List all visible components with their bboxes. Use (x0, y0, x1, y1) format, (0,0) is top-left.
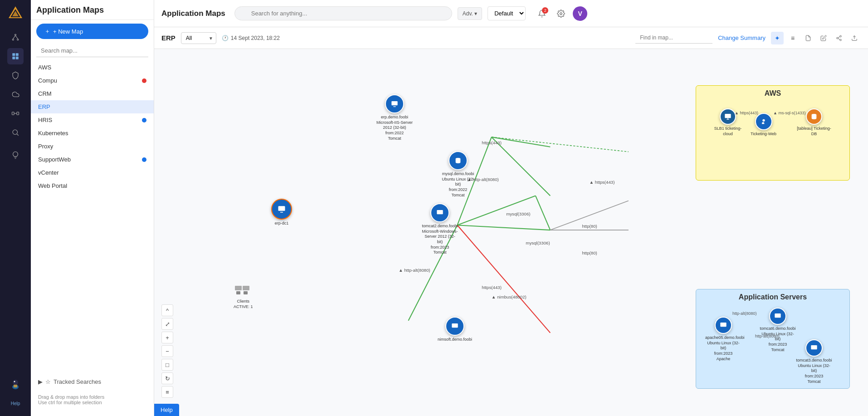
default-select[interactable]: Default (488, 6, 526, 20)
notifications-button[interactable]: 2 (535, 6, 549, 21)
tracked-searches-label: Tracked Searches (54, 378, 101, 385)
svg-line-16 (17, 134, 18, 135)
page-title: Application Maps (161, 9, 225, 18)
map-zoom-out-button[interactable]: − (161, 345, 173, 357)
map-rotate-button[interactable]: ↻ (161, 372, 173, 384)
svg-point-15 (13, 130, 18, 135)
help-button[interactable]: Help (154, 404, 179, 416)
svg-line-25 (838, 38, 840, 39)
edit-button[interactable] (817, 32, 830, 44)
svg-point-22 (840, 35, 842, 37)
node-main-selected[interactable]: erp-dc1 (271, 199, 292, 226)
map-layers-button[interactable]: ≡ (161, 386, 173, 398)
svg-rect-10 (12, 57, 15, 59)
sidebar-title: Application Maps (31, 5, 154, 20)
node-ticketing-web[interactable]: Ticketing-Web (751, 113, 776, 137)
map-item-supportweb[interactable]: SupportWeb (31, 153, 154, 166)
map-item-kubernetes[interactable]: Kubernetes (31, 127, 154, 140)
node-tomcat-center[interactable]: tomcat2.demo.foobiMicrosoft-Windows-Serv… (422, 203, 458, 255)
map-badge-compu (142, 78, 146, 83)
sparkle-button[interactable]: ✦ (771, 32, 784, 44)
svg-point-24 (840, 39, 842, 41)
chevron-right-icon: ▶ (38, 378, 43, 385)
app-edge-http1: http-alt(8080) (732, 311, 757, 316)
svg-rect-55 (775, 313, 780, 318)
rail-icon-integration[interactable] (7, 105, 24, 122)
icon-rail: Help (0, 0, 31, 416)
filter-select[interactable]: AllActiveInactive (181, 32, 216, 44)
map-badge-hris (142, 118, 146, 122)
rail-icon-cloud[interactable] (7, 86, 24, 103)
svg-point-21 (560, 12, 562, 15)
aws-zone: AWS SLB1 ticketing-cloud Ticketing-Web [… (696, 85, 850, 181)
node-clients[interactable]: ClientsACTIVE: 1 (234, 285, 253, 309)
svg-point-3 (15, 34, 16, 35)
node-mysql-upper[interactable]: mysql.demo.foobiUbuntu Linux (32-bit)fro… (440, 151, 476, 198)
node-tomcat6[interactable]: tomcat6.demo.foobiUbuntu Linux (32-bit)f… (760, 308, 796, 352)
svg-line-26 (838, 36, 840, 37)
search-maps-input[interactable] (36, 44, 148, 57)
tracked-searches-item[interactable]: ▶ ☆ Tracked Searches (31, 375, 154, 389)
settings-button[interactable] (554, 6, 568, 21)
node-nimbus[interactable]: nimsoft.demo.foobi (438, 317, 472, 343)
rail-icon-topology[interactable] (7, 29, 24, 45)
svg-text:▲ http-alt(8080): ▲ http-alt(8080) (399, 268, 430, 273)
svg-rect-62 (437, 210, 443, 214)
aws-edge-label-mssql: ▲ ms-sql-s(1433) (773, 111, 805, 115)
toolbar-action-icons: ✦ ≡ (771, 32, 861, 44)
rail-icon-shield[interactable] (7, 67, 24, 83)
logo[interactable] (7, 5, 24, 22)
node-iis-top[interactable]: erp.demo.foobiMicrosoft-IIS-Server 2012 … (376, 94, 413, 141)
svg-rect-63 (452, 323, 458, 328)
share-button[interactable] (833, 32, 845, 44)
clock-icon: 🕐 (222, 35, 229, 41)
find-in-map-input[interactable] (635, 32, 712, 44)
svg-point-23 (837, 37, 839, 39)
aws-zone-title: AWS (696, 86, 849, 99)
svg-text:mysql(3306): mysql(3306) (506, 211, 530, 216)
user-avatar[interactable]: V (573, 6, 587, 21)
map-item-vcenter[interactable]: vCenter (31, 166, 154, 179)
svg-rect-12 (12, 112, 15, 115)
svg-rect-11 (16, 57, 19, 59)
svg-text:▲ https(443): ▲ https(443) (590, 180, 615, 185)
map-frame-button[interactable]: □ (161, 359, 173, 371)
rail-icon-search[interactable] (7, 124, 24, 141)
rail-icon-help-label[interactable]: Help (7, 395, 24, 411)
map-item-web portal[interactable]: Web Portal (31, 179, 154, 192)
map-zoom-in-button[interactable]: + (161, 332, 173, 343)
rail-icon-bulb[interactable] (7, 147, 24, 163)
footer-line2: Use ctrl for multiple selection (38, 400, 146, 405)
list-button[interactable]: ≡ (786, 32, 799, 44)
svg-line-31 (457, 225, 550, 230)
node-apache[interactable]: apache05.demo.foobiUbuntu Linux (32-bit)… (705, 317, 741, 362)
map-item-aws[interactable]: AWS (31, 61, 154, 74)
node-tomcat3[interactable]: tomcat3.demo.foobiUbuntu Linux (32-bit)f… (796, 339, 832, 384)
topbar: Application Maps 🔍 Adv. ▾ Default 2 (154, 0, 868, 27)
map-name: ERP (161, 34, 176, 42)
svg-text:mysql(3306): mysql(3306) (526, 240, 550, 245)
rail-bottom: Help (7, 375, 24, 411)
svg-line-7 (15, 35, 18, 39)
rail-icon-help-character[interactable] (7, 375, 24, 392)
map-collapse-button[interactable]: ^ (161, 304, 173, 316)
global-search-input[interactable] (234, 6, 452, 20)
adv-button[interactable]: Adv. ▾ (458, 7, 482, 20)
main-area: Application Maps 🔍 Adv. ▾ Default 2 (154, 0, 868, 416)
change-summary-button[interactable]: Change Summary (718, 34, 766, 41)
svg-rect-65 (243, 286, 249, 290)
map-item-proxy[interactable]: Proxy (31, 140, 154, 153)
map-fit-button[interactable]: ⤢ (161, 318, 173, 330)
map-item-compu[interactable]: Compu (31, 74, 154, 87)
export-button[interactable] (848, 32, 861, 44)
map-controls: ^ ⤢ + − □ ↻ ≡ (161, 304, 173, 398)
svg-rect-67 (244, 291, 248, 294)
map-item-crm[interactable]: CRM (31, 87, 154, 100)
map-item-erp[interactable]: ERP (31, 100, 154, 113)
map-item-hris[interactable]: HRIS (31, 113, 154, 127)
rail-icon-maps[interactable] (7, 48, 24, 64)
svg-text:https(443): https(443) (482, 285, 502, 290)
new-map-button[interactable]: ＋ + New Map (36, 24, 148, 39)
svg-line-35 (492, 137, 629, 152)
doc-button[interactable] (802, 32, 814, 44)
